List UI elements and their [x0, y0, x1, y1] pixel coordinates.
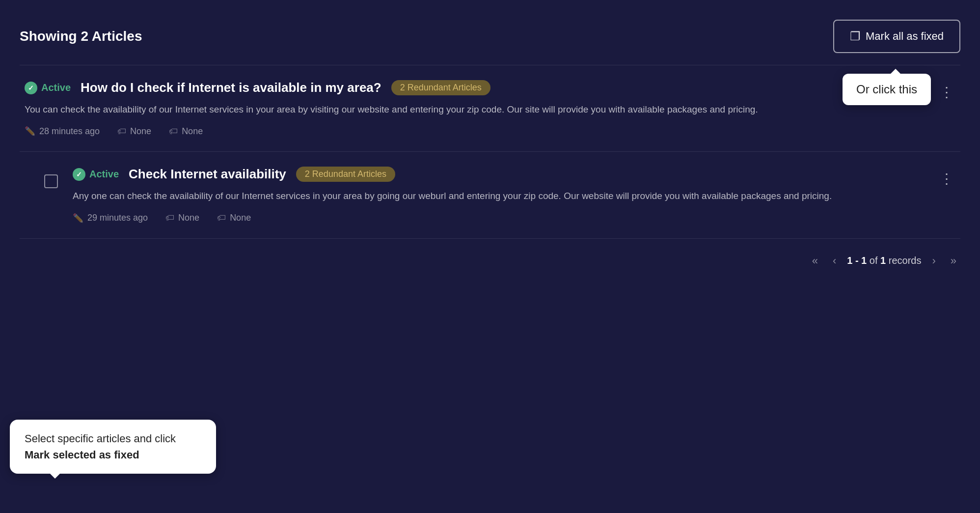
tag-icon-1a: 🏷	[117, 126, 126, 137]
article-1-description: You can check the availability of our In…	[25, 102, 810, 117]
tag-icon-2b: 🏷	[217, 213, 226, 223]
article-1-tag2: 🏷 None	[169, 126, 203, 137]
mark-all-button[interactable]: ❐ Mark all as fixed	[833, 20, 960, 53]
article-2-top: ✓ Active Check Internet availability 2 R…	[73, 167, 960, 182]
article-2-meta: ✏️ 29 minutes ago 🏷 None 🏷 None	[73, 213, 960, 224]
article-1-status: ✓ Active	[25, 82, 71, 94]
active-icon-2: ✓	[73, 168, 85, 181]
article-1-edited: ✏️ 28 minutes ago	[25, 126, 100, 137]
article-row: ✓ Active Check Internet availability 2 R…	[20, 152, 960, 238]
showing-title: Showing 2 Articles	[20, 28, 142, 44]
article-2-status: ✓ Active	[73, 168, 119, 181]
article-2-description: Any one can check the availability of ou…	[73, 189, 858, 203]
pagination-last-button[interactable]: »	[947, 253, 960, 269]
article-1-meta: ✏️ 28 minutes ago 🏷 None 🏷 None	[25, 126, 960, 137]
or-click-this-tooltip: Or click this	[843, 74, 931, 105]
article-2-checkbox[interactable]	[44, 174, 58, 188]
article-row: ✓ Active How do I check if Internet is a…	[20, 65, 960, 152]
article-2-edited: ✏️ 29 minutes ago	[73, 213, 148, 224]
article-2-redundant-badge: 2 Redundant Articles	[296, 167, 395, 182]
articles-list: ✓ Active How do I check if Internet is a…	[20, 65, 960, 239]
article-2-tag2: 🏷 None	[217, 213, 251, 223]
select-articles-tooltip: Select specific articles and click Mark …	[10, 420, 216, 474]
tag-icon-2a: 🏷	[165, 213, 174, 223]
article-1-tag1: 🏷 None	[117, 126, 151, 137]
pagination: « ‹ 1 - 1 of 1 records › »	[20, 239, 960, 274]
pencil-icon-1: ✏️	[25, 126, 35, 137]
article-2-content: ✓ Active Check Internet availability 2 R…	[68, 167, 960, 223]
pencil-icon-2: ✏️	[73, 213, 83, 224]
pagination-first-button[interactable]: «	[808, 253, 822, 269]
article-2-checkbox-area	[44, 171, 58, 188]
article-1-more-button[interactable]: ⋮	[934, 80, 960, 104]
pagination-prev-button[interactable]: ‹	[829, 253, 840, 269]
article-2-tag1: 🏷 None	[165, 213, 199, 223]
article-1-top: ✓ Active How do I check if Internet is a…	[25, 80, 960, 95]
tag-icon-1b: 🏷	[169, 126, 178, 137]
article-1-title[interactable]: How do I check if Internet is available …	[81, 80, 381, 95]
header: Showing 2 Articles ❐ Mark all as fixed O…	[20, 10, 960, 65]
main-container: Showing 2 Articles ❐ Mark all as fixed O…	[0, 0, 980, 513]
article-2-title[interactable]: Check Internet availability	[129, 167, 286, 182]
pagination-next-button[interactable]: ›	[928, 253, 939, 269]
active-icon-1: ✓	[25, 82, 37, 94]
article-1-redundant-badge: 2 Redundant Articles	[391, 80, 490, 95]
article-1-content: ✓ Active How do I check if Internet is a…	[20, 80, 960, 137]
article-2-more-button[interactable]: ⋮	[934, 167, 960, 191]
pagination-info: 1 - 1 of 1 records	[847, 255, 921, 266]
copy-check-icon: ❐	[850, 29, 861, 43]
